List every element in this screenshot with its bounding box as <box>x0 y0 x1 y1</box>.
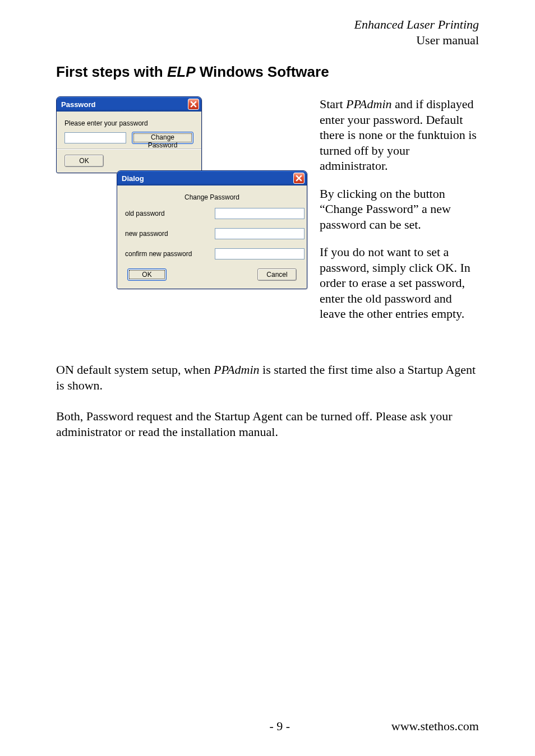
dialog-subtitle: Change Password <box>125 193 299 201</box>
change-password-dialog: Dialog Change Password old password new … <box>117 170 307 289</box>
explanatory-text: Start PPAdmin and if displayed enter you… <box>320 96 479 334</box>
header-subtitle: User manual <box>416 33 479 47</box>
divider <box>57 149 201 149</box>
confirm-password-input[interactable] <box>215 248 305 259</box>
page-footer: - 9 - www.stethos.com <box>0 719 535 734</box>
p1-italic: PPAdmin <box>346 97 391 111</box>
ok-button[interactable]: OK <box>64 155 104 167</box>
dialog-ok-button[interactable]: OK <box>127 268 167 281</box>
section-heading-elp: ELP <box>167 63 196 80</box>
password-titlebar[interactable]: Password <box>57 97 201 112</box>
p2: By clicking on the button “Change Passwo… <box>320 186 479 233</box>
footer-spacer <box>56 719 168 734</box>
below-p2: Both, Password request and the Startup A… <box>56 409 479 440</box>
dialog-title-text: Dialog <box>122 174 144 183</box>
p1-pre: Start <box>320 97 346 111</box>
section-heading-pre: First steps with <box>56 63 167 80</box>
header-title: Enhanced Laser Printing <box>354 17 479 31</box>
dialog-titlebar[interactable]: Dialog <box>117 171 307 185</box>
screenshot-area: Password Please enter your password Chan… <box>56 96 308 332</box>
below-text: ON default system setup, when PPAdmin is… <box>56 362 479 440</box>
password-window: Password Please enter your password Chan… <box>56 96 202 173</box>
footer-url: www.stethos.com <box>391 719 479 734</box>
dialog-cancel-button[interactable]: Cancel <box>257 268 297 281</box>
section-heading-post: Windows Software <box>196 63 329 80</box>
password-input[interactable] <box>64 132 126 143</box>
below-p1-pre: ON default system setup, when <box>56 363 214 377</box>
below-p1-italic: PPAdmin <box>214 363 259 377</box>
confirm-password-label: confirm new password <box>125 250 209 258</box>
page-header: Enhanced Laser Printing User manual <box>56 17 479 48</box>
new-password-label: new password <box>125 230 209 238</box>
p3: If you do not want to set a password, si… <box>320 244 479 322</box>
password-title-text: Password <box>61 100 95 109</box>
page-number: - 9 - <box>270 719 290 734</box>
password-prompt: Please enter your password <box>64 119 193 127</box>
section-heading: First steps with ELP Windows Software <box>56 63 479 81</box>
close-icon[interactable] <box>293 173 305 184</box>
new-password-input[interactable] <box>215 228 305 239</box>
old-password-label: old password <box>125 210 209 217</box>
old-password-input[interactable] <box>215 208 305 219</box>
change-password-button[interactable]: Change Password <box>132 132 193 144</box>
close-icon[interactable] <box>188 99 199 110</box>
